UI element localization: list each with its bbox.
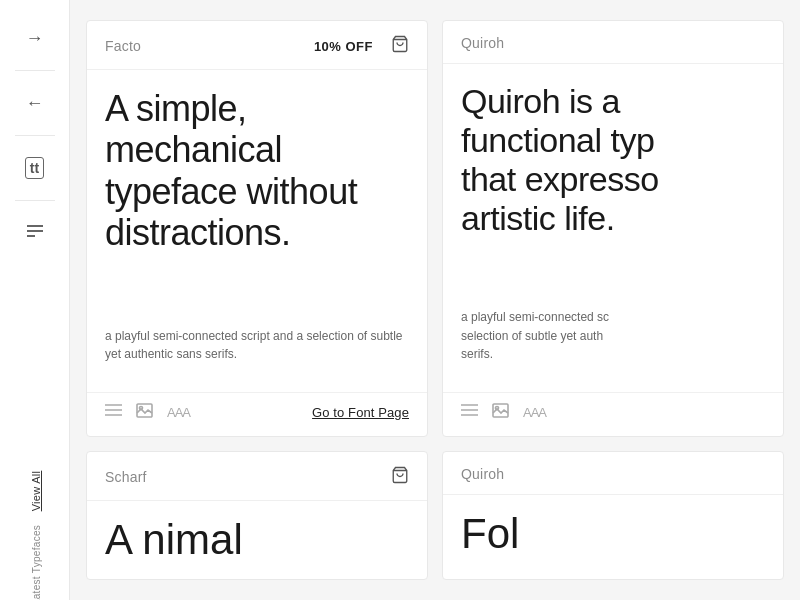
image-icon[interactable] xyxy=(136,403,153,422)
quiroh-bottom-font-name: Quiroh xyxy=(461,466,504,482)
facto-card: Facto 10% OFF A simple, mechanical typef… xyxy=(86,20,428,437)
font-style-button[interactable] xyxy=(13,211,57,255)
facto-font-name: Facto xyxy=(105,38,141,54)
sidebar: → ← tt View All Latest Typefaces xyxy=(0,0,70,600)
view-all-label[interactable]: View All xyxy=(30,471,42,512)
quiroh-top-card: Quiroh Quiroh is afunctional typthat exp… xyxy=(442,20,784,437)
sidebar-divider-1 xyxy=(15,70,55,71)
font-style-icon xyxy=(25,222,45,244)
facto-description: a playful semi-connected script and a se… xyxy=(105,327,409,364)
nav-back-button[interactable]: ← xyxy=(13,81,57,125)
text-size-icon[interactable]: AAA xyxy=(167,405,190,420)
latest-typefaces-label: Latest Typefaces xyxy=(31,525,42,600)
facto-discount-badge: 10% OFF xyxy=(314,39,373,54)
scharf-card-header: Scharf xyxy=(87,452,427,501)
type-tool-icon: tt xyxy=(25,157,44,179)
scharf-card: Scharf A nimal xyxy=(86,451,428,580)
quiroh-lines-icon[interactable] xyxy=(461,403,478,421)
quiroh-bottom-body: Fol xyxy=(443,495,783,573)
main-content: Facto 10% OFF A simple, mechanical typef… xyxy=(70,0,800,600)
facto-card-footer: AAA Go to Font Page xyxy=(87,392,427,436)
quiroh-footer-icons: AAA xyxy=(461,403,546,422)
quiroh-text-size-icon[interactable]: AAA xyxy=(523,405,546,420)
go-to-font-page-link[interactable]: Go to Font Page xyxy=(312,405,409,420)
facto-cart-icon[interactable] xyxy=(391,35,409,57)
sidebar-divider-2 xyxy=(15,135,55,136)
scharf-cart-icon[interactable] xyxy=(391,466,409,488)
quiroh-bottom-preview: Fol xyxy=(461,511,765,557)
facto-preview-text: A simple, mechanical typeface without di… xyxy=(105,88,409,313)
type-tool-button[interactable]: tt xyxy=(13,146,57,190)
facto-footer-icons: AAA xyxy=(105,403,190,422)
quiroh-bottom-card: Quiroh Fol xyxy=(442,451,784,580)
arrow-left-icon: ← xyxy=(26,93,44,114)
facto-header-right: 10% OFF xyxy=(314,35,409,57)
quiroh-image-icon[interactable] xyxy=(492,403,509,422)
scharf-font-name: Scharf xyxy=(105,469,147,485)
lines-icon[interactable] xyxy=(105,403,122,421)
arrow-right-icon: → xyxy=(26,28,44,49)
quiroh-bottom-header: Quiroh xyxy=(443,452,783,495)
scharf-preview-text: A nimal xyxy=(105,517,409,563)
scharf-card-body: A nimal xyxy=(87,501,427,579)
quiroh-card-header: Quiroh xyxy=(443,21,783,64)
quiroh-font-name: Quiroh xyxy=(461,35,504,51)
quiroh-preview-text: Quiroh is afunctional typthat expressoar… xyxy=(461,82,765,294)
sidebar-divider-3 xyxy=(15,200,55,201)
quiroh-card-footer: AAA xyxy=(443,392,783,436)
facto-card-body: A simple, mechanical typeface without di… xyxy=(87,70,427,392)
quiroh-card-body: Quiroh is afunctional typthat expressoar… xyxy=(443,64,783,392)
nav-forward-button[interactable]: → xyxy=(13,16,57,60)
quiroh-description: a playful semi-connected scselection of … xyxy=(461,308,765,364)
facto-card-header: Facto 10% OFF xyxy=(87,21,427,70)
